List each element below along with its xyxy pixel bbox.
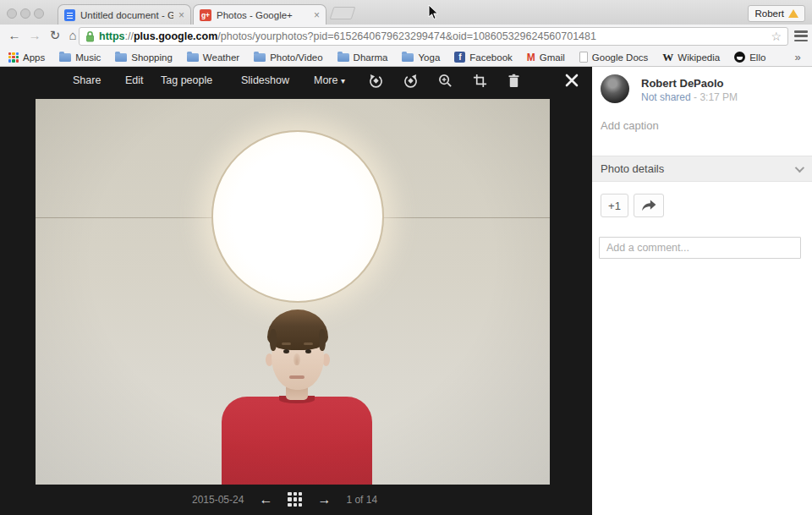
reload-icon[interactable]: ↻	[47, 28, 63, 43]
bookmark-wikipedia[interactable]: W Wikipedia	[662, 51, 720, 64]
folder-icon	[115, 53, 127, 62]
next-photo-icon[interactable]: →	[317, 493, 331, 507]
tab-untitled-document[interactable]: Untitled document - Goog ×	[58, 4, 191, 25]
chrome-menu-icon[interactable]	[794, 30, 808, 41]
tab-title: Photos - Google+	[217, 10, 309, 20]
tab-close-icon[interactable]: ×	[314, 10, 320, 20]
rotate-right-icon[interactable]	[403, 74, 418, 88]
ello-icon	[734, 52, 745, 63]
crop-icon[interactable]	[473, 74, 487, 88]
bookmark-folder-yoga[interactable]: Yoga	[402, 52, 440, 63]
reshare-button[interactable]	[634, 194, 664, 217]
add-caption-field[interactable]: Add caption	[601, 119, 659, 132]
window-close-button[interactable]	[7, 8, 17, 19]
grid-view-icon[interactable]	[288, 492, 302, 507]
photo-vignette	[36, 99, 550, 485]
bookmark-label: Wikipedia	[678, 52, 720, 63]
url-host: plus.google.com	[134, 30, 217, 42]
bookmark-ello[interactable]: Ello	[734, 52, 765, 63]
bookmark-gmail[interactable]: M Gmail	[527, 52, 565, 63]
close-icon[interactable]	[565, 74, 579, 87]
tag-people-button[interactable]: Tag people	[161, 74, 212, 88]
apps-grid-icon	[8, 52, 19, 63]
google-plus-favicon-icon: g+	[200, 9, 211, 21]
zoom-in-icon[interactable]	[438, 74, 453, 88]
photo-pager: 2015-05-24 ← → 1 of 14	[192, 492, 377, 507]
bookmark-label: Facebook	[469, 52, 513, 63]
bookmark-folder-shopping[interactable]: Shopping	[115, 52, 173, 63]
bookmark-label: Photo/Video	[270, 52, 322, 63]
bookmark-folder-dharma[interactable]: Dharma	[337, 52, 388, 63]
profile-warning-icon	[788, 9, 798, 18]
mouse-cursor	[428, 4, 439, 20]
bookmarks-bar: Apps Music Shopping Weather Photo/Video …	[0, 48, 812, 67]
window-zoom-button[interactable]	[34, 8, 44, 19]
bookmark-label: Yoga	[418, 52, 440, 63]
share-button[interactable]: Share	[73, 74, 101, 88]
photo-position: 1 of 14	[346, 494, 377, 506]
bookmark-folder-photo-video[interactable]: Photo/Video	[254, 52, 322, 63]
previous-photo-icon[interactable]: ←	[259, 493, 272, 507]
back-icon[interactable]: ←	[7, 28, 22, 42]
bookmarks-overflow-icon[interactable]: »	[794, 51, 800, 63]
photo-details-label: Photo details	[601, 162, 795, 175]
comment-input[interactable]	[599, 237, 801, 259]
separator: -	[691, 91, 700, 103]
wikipedia-icon: W	[662, 51, 673, 64]
bookmark-label: Gmail	[540, 52, 565, 63]
photo-viewer: Share Edit Tag people Slideshow More ▾	[0, 67, 592, 515]
bookmark-label: Shopping	[131, 52, 173, 63]
document-icon	[579, 52, 588, 63]
photo-image[interactable]	[36, 99, 550, 485]
visibility-link[interactable]: Not shared	[641, 91, 691, 103]
owner-name: Robert DePaolo	[641, 77, 724, 90]
bookmark-folder-weather[interactable]: Weather	[187, 52, 239, 63]
photo-date: 2015-05-24	[192, 494, 244, 506]
bookmark-folder-music[interactable]: Music	[59, 52, 101, 63]
folder-icon	[59, 53, 71, 62]
bookmark-label: Weather	[203, 52, 239, 63]
url-path: /photos/yourphotos?pid=61526406796232994…	[217, 30, 596, 42]
url-scheme: https	[99, 30, 125, 42]
page-content: Share Edit Tag people Slideshow More ▾	[0, 67, 812, 515]
facebook-icon: f	[454, 52, 465, 63]
window-minimize-button[interactable]	[20, 8, 30, 19]
photo-time: 3:17 PM	[700, 91, 738, 103]
bookmark-label: Apps	[23, 52, 45, 63]
slideshow-button[interactable]: Slideshow	[241, 74, 289, 88]
more-button[interactable]: More ▾	[314, 74, 345, 88]
more-label: More	[314, 74, 337, 86]
edit-button[interactable]: Edit	[125, 74, 144, 88]
bookmark-label: Dharma	[354, 52, 388, 63]
folder-icon	[402, 53, 414, 62]
rotate-left-icon[interactable]	[369, 74, 383, 88]
owner-subtitle: Not shared - 3:17 PM	[641, 91, 738, 103]
forward-icon[interactable]: →	[27, 28, 42, 42]
bookmark-apps[interactable]: Apps	[8, 52, 45, 63]
tab-photos-googleplus[interactable]: g+ Photos - Google+ ×	[193, 4, 326, 25]
url-text: https://plus.google.com/photos/yourphoto…	[99, 30, 766, 42]
folder-icon	[187, 53, 199, 62]
google-docs-favicon-icon	[64, 9, 75, 21]
delete-icon[interactable]	[507, 74, 521, 88]
profile-name: Robert	[754, 8, 784, 19]
bookmark-google-docs[interactable]: Google Docs	[579, 52, 648, 63]
avatar[interactable]	[601, 74, 629, 103]
bookmark-facebook[interactable]: f Facebook	[454, 52, 513, 63]
window-tab-strip: Untitled document - Goog × g+ Photos - G…	[0, 0, 812, 25]
bookmark-star-icon[interactable]: ☆	[771, 30, 782, 43]
bookmark-label: Google Docs	[592, 52, 648, 63]
gmail-icon: M	[527, 52, 535, 63]
photo-details-expander[interactable]: Photo details	[592, 156, 812, 182]
plus-one-button[interactable]: +1	[601, 194, 628, 217]
profile-button[interactable]: Robert	[748, 5, 805, 22]
folder-icon	[337, 53, 349, 62]
new-tab-button[interactable]	[330, 7, 356, 19]
tab-close-icon[interactable]: ×	[178, 10, 184, 20]
chevron-down-icon: ▾	[341, 76, 345, 85]
url-separator: ://	[125, 30, 134, 42]
address-bar[interactable]: https://plus.google.com/photos/yourphoto…	[79, 27, 788, 46]
share-arrow-icon	[641, 200, 656, 211]
bookmark-label: Music	[75, 52, 101, 63]
bookmark-label: Ello	[749, 52, 765, 63]
